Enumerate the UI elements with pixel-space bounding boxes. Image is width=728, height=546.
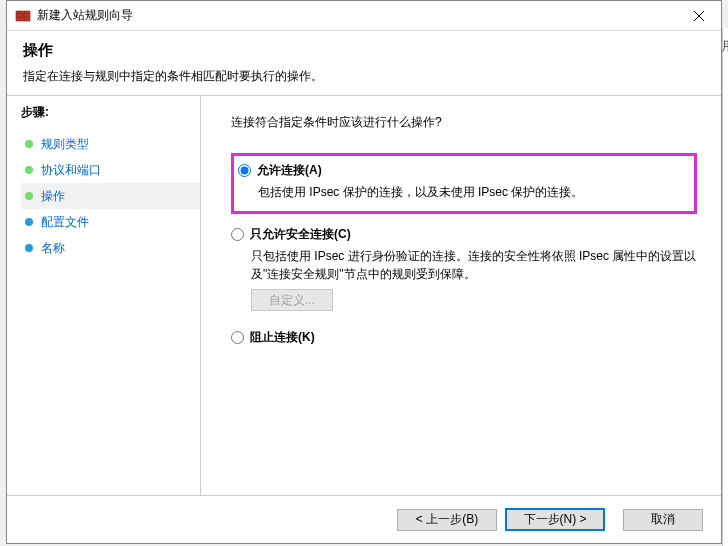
- step-label: 名称: [41, 240, 65, 257]
- close-button[interactable]: [676, 1, 721, 30]
- step-profile[interactable]: 配置文件: [21, 209, 200, 235]
- option-allow-secure-desc: 只包括使用 IPsec 进行身份验证的连接。连接的安全性将依照 IPsec 属性…: [251, 247, 697, 283]
- wizard-window: 新建入站规则向导 操作 指定在连接与规则中指定的条件相匹配时要执行的操作。 步骤…: [6, 0, 722, 544]
- radio-allow[interactable]: [238, 164, 251, 177]
- bullet-icon: [25, 192, 33, 200]
- option-allow: 允许连接(A) 包括使用 IPsec 保护的连接，以及未使用 IPsec 保护的…: [238, 162, 686, 201]
- step-label: 协议和端口: [41, 162, 101, 179]
- cancel-button[interactable]: 取消: [623, 509, 703, 531]
- bullet-icon: [25, 166, 33, 174]
- option-allow-secure: 只允许安全连接(C) 只包括使用 IPsec 进行身份验证的连接。连接的安全性将…: [231, 226, 697, 311]
- sidebar: 步骤: 规则类型 协议和端口 操作 配置文件 名称: [7, 96, 201, 495]
- step-action[interactable]: 操作: [21, 183, 200, 209]
- highlighted-option-box: 允许连接(A) 包括使用 IPsec 保护的连接，以及未使用 IPsec 保护的…: [231, 153, 697, 214]
- footer: < 上一步(B) 下一步(N) > 取消: [7, 495, 721, 543]
- bullet-icon: [25, 244, 33, 252]
- background-edge: 用: [722, 28, 728, 546]
- option-block-label[interactable]: 阻止连接(K): [250, 329, 315, 346]
- page-title: 操作: [23, 41, 705, 60]
- step-label: 操作: [41, 188, 65, 205]
- step-rule-type[interactable]: 规则类型: [21, 131, 200, 157]
- main-panel: 连接符合指定条件时应该进行什么操作? 允许连接(A) 包括使用 IPsec 保护…: [201, 96, 721, 495]
- question-text: 连接符合指定条件时应该进行什么操作?: [231, 114, 697, 131]
- option-block: 阻止连接(K): [231, 329, 697, 346]
- bullet-icon: [25, 218, 33, 226]
- window-title: 新建入站规则向导: [37, 7, 133, 24]
- option-allow-label[interactable]: 允许连接(A): [257, 162, 322, 179]
- background-char: 用: [722, 38, 728, 55]
- option-allow-secure-label[interactable]: 只允许安全连接(C): [250, 226, 351, 243]
- next-button[interactable]: 下一步(N) >: [505, 508, 605, 531]
- header-section: 操作 指定在连接与规则中指定的条件相匹配时要执行的操作。: [7, 31, 721, 96]
- customize-button: 自定义...: [251, 289, 333, 311]
- radio-allow-secure[interactable]: [231, 228, 244, 241]
- step-label: 规则类型: [41, 136, 89, 153]
- firewall-icon: [15, 8, 31, 24]
- sidebar-heading: 步骤:: [21, 104, 200, 121]
- step-label: 配置文件: [41, 214, 89, 231]
- radio-block[interactable]: [231, 331, 244, 344]
- titlebar: 新建入站规则向导: [7, 1, 721, 31]
- step-name[interactable]: 名称: [21, 235, 200, 261]
- step-protocol-port[interactable]: 协议和端口: [21, 157, 200, 183]
- bullet-icon: [25, 140, 33, 148]
- option-allow-desc: 包括使用 IPsec 保护的连接，以及未使用 IPsec 保护的连接。: [258, 183, 686, 201]
- body: 步骤: 规则类型 协议和端口 操作 配置文件 名称 连: [7, 96, 721, 495]
- page-description: 指定在连接与规则中指定的条件相匹配时要执行的操作。: [23, 68, 705, 85]
- back-button[interactable]: < 上一步(B): [397, 509, 497, 531]
